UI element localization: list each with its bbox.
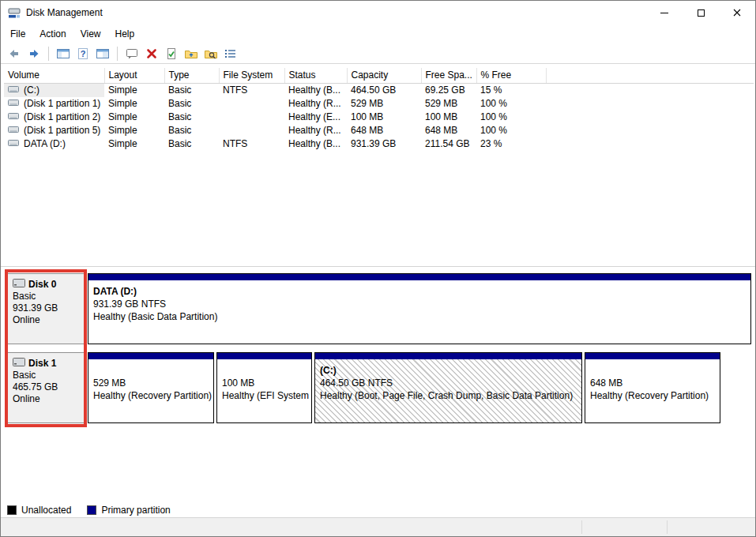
cell-free: 100 MB [421, 111, 476, 124]
close-button[interactable] [719, 1, 755, 24]
table-row-data-d[interactable]: DATA (D:) Simple Basic NTFS Healthy (B..… [4, 137, 754, 151]
cell-capacity: 931.39 GB [347, 137, 421, 151]
partition-status: Healthy (Recovery Partition) [93, 389, 209, 402]
delete-icon[interactable] [144, 47, 160, 61]
disk-size: 465.75 GB [13, 381, 80, 393]
table-header-row: Volume Layout Type File System Status Ca… [4, 68, 754, 83]
minimize-button[interactable] [646, 1, 683, 24]
cell-capacity: 529 MB [347, 97, 421, 111]
cell-type: Basic [164, 97, 219, 111]
partition-status: Healthy (EFI System [222, 389, 307, 402]
volume-name: DATA (D:) [24, 138, 66, 149]
cell-layout: Simple [104, 97, 164, 111]
table-row-c[interactable]: (C:) Simple Basic NTFS Healthy (B... 464… [4, 83, 754, 97]
back-icon[interactable] [6, 47, 22, 61]
partition-name: DATA (D:) [93, 285, 746, 298]
unallocated-swatch-icon [7, 505, 17, 515]
console-tree-icon[interactable] [55, 47, 71, 61]
partition-efi-100mb[interactable]: 100 MB Healthy (EFI System [216, 352, 312, 423]
disk-1-partitions: 529 MB Healthy (Recovery Partition) 100 … [88, 352, 720, 423]
partition-name: (C:) [320, 364, 577, 377]
cell-layout: Simple [104, 111, 164, 124]
details-pane-icon[interactable] [95, 47, 111, 61]
disk-management-window: Disk Management File Action View Help ? [0, 0, 756, 537]
cell-fs: NTFS [219, 83, 284, 97]
disk-1-header[interactable]: Disk 1 Basic 465.75 GB Online [7, 352, 85, 423]
cell-pct: 23 % [476, 137, 546, 151]
partition-status: Healthy (Basic Data Partition) [93, 310, 746, 323]
col-pct-free[interactable]: % Free [476, 68, 546, 83]
col-capacity[interactable]: Capacity [347, 68, 421, 83]
volume-name: (C:) [24, 84, 39, 96]
cell-free: 69.25 GB [421, 83, 476, 97]
forward-icon[interactable] [26, 47, 42, 61]
menu-help[interactable]: Help [108, 26, 142, 42]
folder-up-icon[interactable] [183, 47, 199, 61]
col-volume[interactable]: Volume [4, 68, 104, 83]
cell-free: 529 MB [421, 97, 476, 111]
check-document-icon[interactable] [164, 47, 179, 61]
partition-recovery-648mb[interactable]: 648 MB Healthy (Recovery Partition) [585, 352, 720, 423]
col-type[interactable]: Type [164, 68, 219, 83]
action-dialog-icon[interactable] [124, 47, 140, 61]
menu-view[interactable]: View [73, 26, 108, 42]
partition-size: 529 MB [93, 377, 209, 389]
disk-management-app-icon [8, 6, 21, 19]
list-view-icon[interactable] [223, 47, 239, 61]
cell-status: Healthy (E... [284, 111, 347, 124]
disk-kind: Basic [13, 370, 80, 381]
col-free-space[interactable]: Free Spa... [421, 68, 476, 83]
disk-icon [13, 279, 25, 291]
volume-icon [8, 125, 20, 137]
disk-0-partitions: DATA (D:) 931.39 GB NTFS Healthy (Basic … [88, 273, 751, 344]
table-row-d1p2[interactable]: (Disk 1 partition 2) Simple Basic Health… [4, 111, 754, 124]
statusbar-divider [581, 520, 582, 534]
cell-status: Healthy (R... [284, 124, 347, 137]
partition-status: Healthy (Recovery Partition) [590, 389, 715, 402]
volume-name: (Disk 1 partition 5) [24, 125, 100, 136]
disk-kind: Basic [13, 291, 80, 302]
volume-name: (Disk 1 partition 1) [24, 98, 100, 109]
cell-status: Healthy (B... [284, 83, 347, 97]
col-layout[interactable]: Layout [104, 68, 164, 83]
disk-size: 931.39 GB [13, 302, 80, 314]
cell-pct: 100 % [476, 124, 546, 137]
cell-type: Basic [164, 83, 219, 97]
menu-action[interactable]: Action [32, 26, 73, 42]
primary-partition-bar [585, 353, 720, 359]
statusbar-divider [667, 520, 668, 534]
cell-pct: 15 % [476, 83, 546, 97]
cell-fs: NTFS [219, 137, 284, 151]
table-row-d1p5[interactable]: (Disk 1 partition 5) Simple Basic Health… [4, 124, 754, 137]
disk-icon [13, 358, 25, 370]
cell-fs [219, 97, 284, 111]
cell-free: 648 MB [421, 124, 476, 137]
toolbar-separator [48, 47, 49, 61]
cell-layout: Simple [104, 124, 164, 137]
cell-fs [219, 124, 284, 137]
disk-name: Disk 0 [28, 279, 56, 291]
partition-name [222, 364, 307, 377]
folder-search-icon[interactable] [203, 47, 219, 61]
col-file-system[interactable]: File System [219, 68, 284, 83]
partition-recovery-529mb[interactable]: 529 MB Healthy (Recovery Partition) [88, 352, 214, 423]
legend-unallocated: Unallocated [7, 505, 71, 516]
cell-status: Healthy (R... [284, 97, 347, 111]
svg-text:?: ? [81, 49, 86, 58]
partition-c-selected[interactable]: (C:) 464.50 GB NTFS Healthy (Boot, Page … [314, 352, 582, 423]
table-row-d1p1[interactable]: (Disk 1 partition 1) Simple Basic Health… [4, 97, 754, 111]
maximize-button[interactable] [683, 1, 719, 24]
col-status[interactable]: Status [284, 68, 347, 83]
maximize-icon [698, 9, 705, 17]
statusbar [1, 517, 755, 536]
menu-file[interactable]: File [3, 26, 32, 42]
legend-primary-partition: Primary partition [87, 505, 170, 516]
help-icon[interactable]: ? [75, 47, 91, 61]
partition-status: Healthy (Boot, Page File, Crash Dump, Ba… [320, 389, 577, 402]
cell-status: Healthy (B... [284, 137, 347, 151]
volume-icon [8, 111, 20, 123]
cell-pct: 100 % [476, 111, 546, 124]
disk-0-header[interactable]: Disk 0 Basic 931.39 GB Online [7, 273, 85, 344]
partition-data-d[interactable]: DATA (D:) 931.39 GB NTFS Healthy (Basic … [88, 273, 751, 344]
volume-table: Volume Layout Type File System Status Ca… [4, 68, 754, 151]
